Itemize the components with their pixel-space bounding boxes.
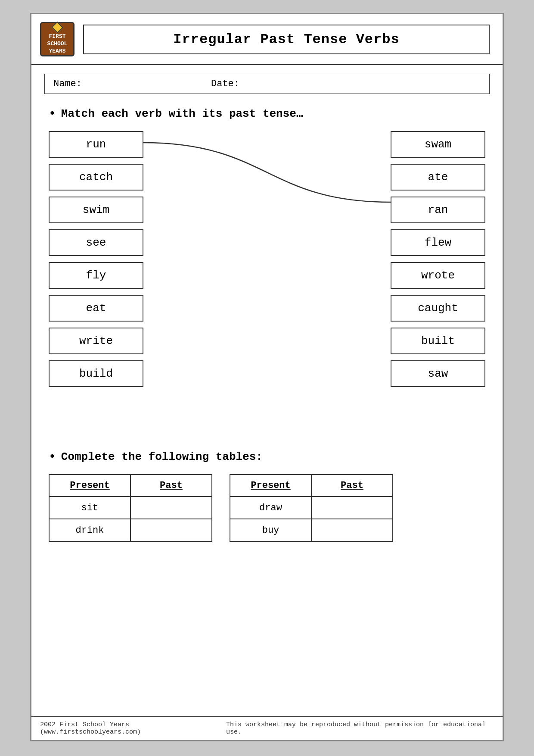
verb-box-build: build: [49, 360, 143, 387]
header: FIRSTSCHOOLYEARS Irregular Past Tense Ve…: [31, 14, 503, 65]
instruction-tables: • Complete the following tables:: [49, 450, 485, 463]
verb-box-write: write: [49, 328, 143, 354]
verb-box-saw: saw: [391, 360, 485, 387]
table2-col1-header: Present: [230, 475, 311, 497]
table-row: sit: [49, 497, 212, 519]
verb-box-built: built: [391, 328, 485, 354]
verb-box-catch: catch: [49, 164, 143, 191]
verb-box-run: run: [49, 131, 143, 158]
table-row: draw: [230, 497, 393, 519]
table1-row1-present: sit: [49, 497, 130, 519]
verb-box-swim: swim: [49, 197, 143, 223]
right-verb-column: swam ate ran flew wrote caught built saw: [391, 131, 485, 387]
footer: 2002 First School Years (www.firstschool…: [31, 716, 503, 740]
bullet2-icon: •: [49, 450, 56, 463]
instruction-match: • Match each verb with its past tense…: [49, 107, 485, 120]
table1-row2-present: drink: [49, 519, 130, 541]
table2-row1-present: draw: [230, 497, 311, 519]
table-row: drink: [49, 519, 212, 541]
verb-box-caught: caught: [391, 295, 485, 322]
verb-box-swam: swam: [391, 131, 485, 158]
table2-col2-header: Past: [311, 475, 393, 497]
table2-row2-past: [311, 519, 393, 541]
verb-box-eat: eat: [49, 295, 143, 322]
table1-col1-header: Present: [49, 475, 130, 497]
content-area: • Match each verb with its past tense… r…: [31, 98, 503, 550]
footer-left: 2002 First School Years (www.firstschool…: [40, 721, 226, 736]
table2-row2-present: buy: [230, 519, 311, 541]
worksheet-page: FIRSTSCHOOLYEARS Irregular Past Tense Ve…: [30, 13, 504, 741]
tables-row: Present Past sit drink: [49, 474, 485, 542]
connector-area: [143, 131, 391, 433]
table-row: buy: [230, 519, 393, 541]
footer-right: This worksheet may be reproduced without…: [226, 721, 494, 736]
verb-box-fly: fly: [49, 262, 143, 289]
table-sit-drink: Present Past sit drink: [49, 474, 212, 542]
verb-box-ran: ran: [391, 197, 485, 223]
date-label: Date:: [211, 78, 239, 89]
table1-col2-header: Past: [130, 475, 212, 497]
matching-lines-svg: [143, 131, 391, 433]
verb-box-see: see: [49, 229, 143, 256]
bullet-icon: •: [49, 107, 56, 120]
name-date-bar: Name: Date:: [44, 74, 490, 94]
verb-box-wrote: wrote: [391, 262, 485, 289]
table2-row1-past: [311, 497, 393, 519]
logo: FIRSTSCHOOLYEARS: [40, 22, 75, 56]
table1-row1-past: [130, 497, 212, 519]
verb-box-ate: ate: [391, 164, 485, 191]
page-title: Irregular Past Tense Verbs: [83, 25, 490, 54]
logo-diamond-icon: [51, 22, 63, 34]
name-label: Name:: [53, 78, 82, 89]
logo-text: FIRSTSCHOOLYEARS: [47, 33, 68, 55]
left-verb-column: run catch swim see fly eat write build: [49, 131, 143, 387]
table1-row2-past: [130, 519, 212, 541]
matching-area: run catch swim see fly eat write build: [49, 131, 485, 433]
verb-box-flew: flew: [391, 229, 485, 256]
table-draw-buy: Present Past draw buy: [230, 474, 393, 542]
